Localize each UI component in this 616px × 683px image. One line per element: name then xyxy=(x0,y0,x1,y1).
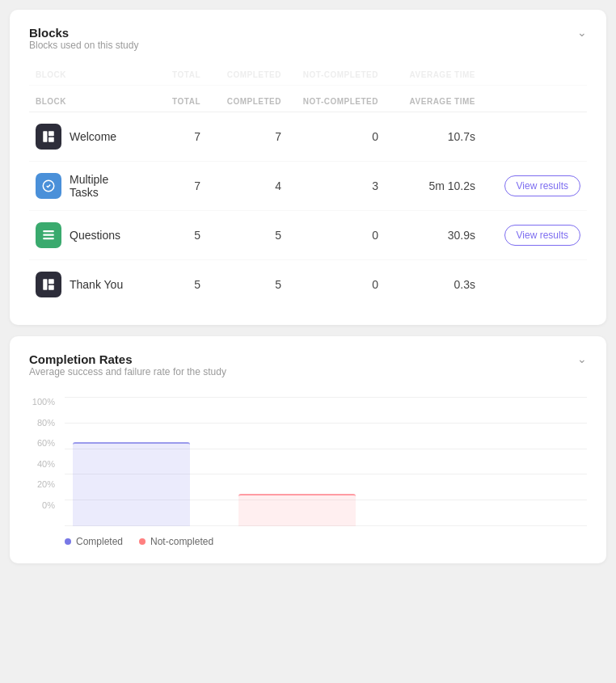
view-results-cell: View results xyxy=(475,225,580,246)
table-row: Welcome 7 7 0 10.7s xyxy=(29,112,587,162)
total-welcome: 7 xyxy=(136,130,200,143)
completed-legend-label: Completed xyxy=(76,536,123,547)
table-row: Thank You 5 5 0 0.3s xyxy=(29,260,587,309)
view-results-cell: View results xyxy=(475,175,580,196)
blocks-collapse-icon[interactable]: ⌄ xyxy=(577,26,587,39)
y-axis-label: 60% xyxy=(37,438,55,448)
completion-card-header: Completion Rates Average success and fai… xyxy=(29,352,587,389)
block-icon-welcome xyxy=(36,124,61,150)
table-row: Multiple Tasks 7 4 3 5m 10.2s View resul… xyxy=(29,162,587,211)
completion-collapse-icon[interactable]: ⌄ xyxy=(577,352,587,365)
table-header: BLOCK TOTAL COMPLETED NOT-COMPLETED AVER… xyxy=(29,92,587,112)
not-completed-multiple-tasks: 3 xyxy=(281,179,378,192)
block-name-questions: Questions xyxy=(70,229,120,242)
blocks-card-header: Blocks Blocks used on this study ⌄ xyxy=(29,26,587,62)
block-cell: Questions xyxy=(36,222,136,248)
y-axis-label: 0% xyxy=(42,500,55,510)
not-completed-bar xyxy=(238,494,356,526)
col-completed: COMPLETED xyxy=(200,97,281,107)
block-icon-questions xyxy=(36,222,61,248)
completed-thank-you: 5 xyxy=(200,278,281,291)
col-avg-time: AVERAGE TIME xyxy=(378,97,475,107)
avg-time-welcome: 10.7s xyxy=(378,130,475,143)
total-thank-you: 5 xyxy=(136,278,200,291)
chart-inner xyxy=(65,397,587,526)
completed-multiple-tasks: 4 xyxy=(200,179,281,192)
svg-rect-0 xyxy=(43,131,47,142)
not-completed-dot xyxy=(139,538,146,545)
y-axis-label: 20% xyxy=(37,479,55,489)
ghost-col-completed: COMPLETED xyxy=(200,70,281,80)
block-name-welcome: Welcome xyxy=(70,130,116,143)
svg-rect-1 xyxy=(49,131,54,136)
block-icon-thank-you xyxy=(36,272,61,297)
not-completed-welcome: 0 xyxy=(281,130,378,143)
block-cell: Thank You xyxy=(36,272,136,297)
completion-card: Completion Rates Average success and fai… xyxy=(10,336,606,563)
not-completed-questions: 0 xyxy=(281,229,378,242)
blocks-subtitle: Blocks used on this study xyxy=(29,40,138,51)
y-axis-label: 80% xyxy=(37,418,55,428)
ghost-col-not-completed: NOT-COMPLETED xyxy=(281,70,378,80)
svg-rect-7 xyxy=(49,279,54,284)
svg-rect-4 xyxy=(43,234,54,236)
avg-time-questions: 30.9s xyxy=(378,229,475,242)
block-cell: Multiple Tasks xyxy=(36,173,136,199)
y-axis: 100%80%60%40%20%0% xyxy=(29,397,60,510)
bars-container xyxy=(65,397,587,526)
avg-time-multiple-tasks: 5m 10.2s xyxy=(378,179,475,192)
blocks-card: Blocks Blocks used on this study ⌄ BLOCK… xyxy=(10,10,606,325)
not-completed-thank-you: 0 xyxy=(281,278,378,291)
chart-legend: Completed Not-completed xyxy=(65,536,587,547)
ghost-col-block: BLOCK xyxy=(36,70,136,80)
ghost-col-total: TOTAL xyxy=(136,70,200,80)
completion-subtitle: Average success and failure rate for the… xyxy=(29,366,226,377)
view-results-button[interactable]: View results xyxy=(504,225,580,246)
chart-area: 100%80%60%40%20%0% xyxy=(29,397,587,526)
col-block: BLOCK xyxy=(36,97,136,107)
block-name-multiple-tasks: Multiple Tasks xyxy=(70,173,136,199)
block-icon-multiple-tasks xyxy=(36,173,61,199)
total-multiple-tasks: 7 xyxy=(136,179,200,192)
legend-not-completed: Not-completed xyxy=(139,536,213,547)
col-total: TOTAL xyxy=(136,97,200,107)
completed-questions: 5 xyxy=(200,229,281,242)
svg-rect-5 xyxy=(43,238,54,239)
y-axis-label: 40% xyxy=(37,459,55,469)
block-name-thank-you: Thank You xyxy=(70,278,123,291)
view-results-button[interactable]: View results xyxy=(504,175,580,196)
completed-welcome: 7 xyxy=(200,130,281,143)
col-not-completed: NOT-COMPLETED xyxy=(281,97,378,107)
total-questions: 5 xyxy=(136,229,200,242)
blocks-title: Blocks xyxy=(29,26,138,40)
y-axis-label: 100% xyxy=(32,397,55,407)
block-cell: Welcome xyxy=(36,124,136,150)
ghost-table-header: BLOCK TOTAL COMPLETED NOT-COMPLETED AVER… xyxy=(29,65,587,86)
svg-rect-3 xyxy=(43,230,54,232)
not-completed-legend-label: Not-completed xyxy=(150,536,213,547)
completed-bar xyxy=(73,442,190,526)
avg-time-thank-you: 0.3s xyxy=(378,278,475,291)
completed-dot xyxy=(65,538,71,545)
svg-rect-2 xyxy=(49,137,54,142)
blocks-table-body: Welcome 7 7 0 10.7s Multiple Tasks 7 4 3… xyxy=(29,112,587,309)
svg-rect-8 xyxy=(49,285,54,290)
table-row: Questions 5 5 0 30.9s View results xyxy=(29,211,587,260)
completion-title: Completion Rates xyxy=(29,352,226,366)
svg-rect-6 xyxy=(43,279,47,290)
ghost-col-avg-time: AVERAGE TIME xyxy=(378,70,475,80)
legend-completed: Completed xyxy=(65,536,123,547)
